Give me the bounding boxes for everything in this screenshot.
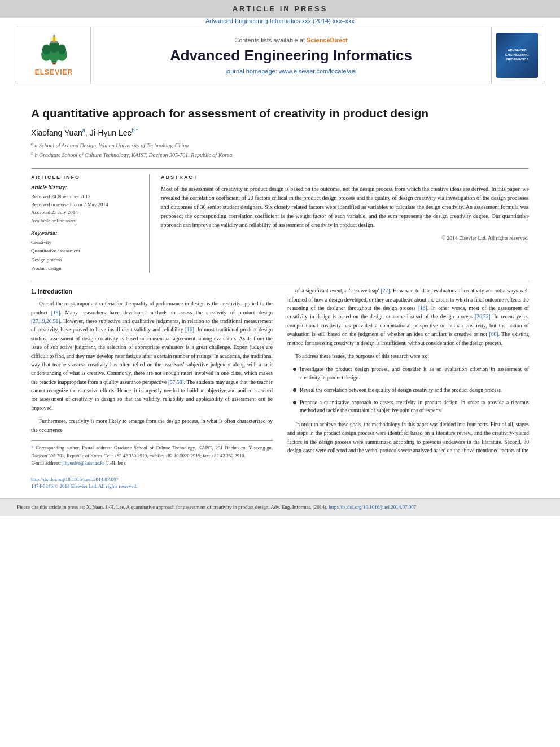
intro-para-2: Furthermore, creativity is more likely t… [31, 417, 273, 435]
info-abstract-section: ARTICLE INFO Article history: Received 2… [31, 168, 529, 273]
email-label: E-mail address: [31, 460, 61, 466]
footnotes: * Corresponding author. Postal address: … [31, 440, 273, 468]
svg-rect-4 [53, 62, 56, 64]
citation-bar-link[interactable]: http://dx.doi.org/10.1016/j.aei.2014.07.… [329, 504, 416, 510]
homepage-link[interactable]: journal homepage: www.elsevier.com/locat… [226, 68, 357, 75]
intro-para-1: One of the most important criteria for t… [31, 300, 273, 413]
ref-57-58[interactable]: [57,58] [168, 379, 184, 385]
footnote-email: E-mail address: jihyunlee@kaist.ac.kr (J… [31, 460, 273, 468]
affiliation-2: b Graduate School of Culture Technology,… [35, 152, 233, 159]
received-date: Received 24 November 2013 [31, 194, 90, 199]
journal-center: Contents lists available at ScienceDirec… [91, 27, 492, 84]
authors-line: Xiaofang Yuana, Ji-Hyun Leeb,* [31, 128, 529, 137]
svg-point-6 [42, 44, 50, 54]
contents-label: Contents lists available at [234, 37, 305, 43]
doi-links-section: http://dx.doi.org/10.1016/j.aei.2014.07.… [0, 473, 560, 492]
ref-27-19-20-51[interactable]: [27,19,20,51] [31, 318, 60, 324]
revised-date: Received in revised form 7 May 2014 [31, 202, 108, 207]
copyright-line: © 2014 Elsevier Ltd. All rights reserved… [161, 235, 529, 241]
section-divider [31, 281, 529, 281]
keyword-1: Creativity [31, 238, 138, 247]
aip-banner-text: ARTICLE IN PRESS [233, 5, 328, 13]
bullet-dot-2 [293, 388, 296, 392]
keyword-3: Design process [31, 256, 138, 264]
accepted-date: Accepted 25 July 2014 [31, 209, 78, 215]
bullet-text-2: Reveal the correlation between the quali… [300, 386, 502, 395]
sciencedirect-link[interactable]: ScienceDirect [307, 37, 348, 43]
keywords-label: Keywords: [31, 230, 138, 236]
ref-16a[interactable]: [16] [185, 327, 194, 333]
ref-26-52[interactable]: [26,52] [475, 314, 491, 320]
ref-16b[interactable]: [16] [418, 305, 427, 311]
contents-line: Contents lists available at ScienceDirec… [234, 37, 348, 43]
bullet-text-3: Propose a quantitative approach to asses… [300, 399, 529, 415]
right-para-methodology: In order to achieve these goals, the met… [287, 421, 529, 456]
article-info-title: ARTICLE INFO [31, 174, 138, 180]
main-content: A quantitative approach for assessment o… [0, 84, 560, 473]
available-date: Available online xxxx [31, 218, 76, 224]
journal-ref-line: Advanced Engineering Informatics xxx (20… [0, 18, 560, 24]
keyword-2: Quantitative assessment [31, 247, 138, 255]
citation-bar: Please cite this article in press as: X.… [0, 498, 560, 516]
journal-logo-image: ADVANCEDENGINEERINGINFORMATICS [496, 33, 538, 78]
body-col-left: 1. Introduction One of the most importan… [31, 287, 273, 467]
footnote-star-text: Corresponding author. Postal address: Gr… [31, 445, 273, 458]
ref-60[interactable]: [60] [489, 331, 498, 337]
history-dates: Received 24 November 2013 Received in re… [31, 193, 138, 225]
citation-text: Please cite this article in press as: X.… [17, 504, 327, 510]
email-suffix: (J.-H. lee). [106, 460, 126, 466]
bullet-text-1: Investigate the product design process, … [300, 365, 529, 382]
doi-link-1[interactable]: http://dx.doi.org/10.1016/j.aei.2014.07.… [31, 477, 529, 482]
doi-link-2: 1474-0346/© 2014 Elsevier Ltd. All right… [31, 483, 529, 489]
email-link[interactable]: jihyunlee@kaist.ac.kr [62, 460, 104, 466]
elsevier-label: ELSEVIER [35, 68, 73, 76]
bullet-item-3: Propose a quantitative approach to asses… [293, 399, 529, 415]
journal-logo-box: ADVANCEDENGINEERINGINFORMATICS [492, 27, 542, 84]
abstract-title: ABSTRACT [161, 174, 529, 180]
keyword-4: Product design [31, 264, 138, 273]
right-para-1: of a significant event, a 'creative leap… [287, 287, 529, 348]
aip-banner: ARTICLE IN PRESS [0, 0, 560, 18]
abstract-panel: ABSTRACT Most of the assessment of creat… [150, 174, 529, 273]
journal-header-strip: ELSEVIER Contents lists available at Sci… [17, 27, 543, 84]
bullet-item-1: Investigate the product design process, … [293, 365, 529, 382]
elsevier-logo-box: ELSEVIER [18, 27, 91, 84]
history-label: Article history: [31, 185, 138, 190]
bullet-dot-1 [293, 368, 296, 371]
journal-title: Advanced Engineering Informatics [170, 47, 412, 64]
keywords-list: Creativity Quantitative assessment Desig… [31, 238, 138, 273]
svg-point-7 [58, 44, 66, 54]
body-col-right: of a significant event, a 'creative leap… [287, 287, 529, 467]
svg-point-10 [51, 36, 56, 41]
article-title: A quantitative approach for assessment o… [31, 106, 529, 121]
ref-19[interactable]: [19] [51, 310, 60, 316]
homepage-line: journal homepage: www.elsevier.com/locat… [226, 68, 357, 75]
article-info-panel: ARTICLE INFO Article history: Received 2… [31, 174, 150, 273]
bullet-item-2: Reveal the correlation between the quali… [293, 386, 529, 395]
footnote-star: * Corresponding author. Postal address: … [31, 444, 273, 460]
elsevier-tree-icon [34, 35, 74, 66]
abstract-text: Most of the assessment of creativity in … [161, 185, 529, 230]
ref-27b[interactable]: [27] [381, 288, 390, 294]
purposes-list: Investigate the product design process, … [287, 365, 529, 415]
affiliations: a a School of Art and Design, Wuhan Univ… [31, 141, 529, 160]
body-columns: 1. Introduction One of the most importan… [31, 287, 529, 473]
page: ARTICLE IN PRESS Advanced Engineering In… [0, 0, 560, 747]
affiliation-1: a School of Art and Design, Wuhan Univer… [35, 142, 189, 148]
bullet-dot-3 [293, 401, 296, 404]
journal-ref-text: Advanced Engineering Informatics xxx (20… [205, 18, 355, 24]
journal-logo-text: ADVANCEDENGINEERINGINFORMATICS [505, 49, 529, 62]
right-para-purposes: To address these issues, the purposes of… [287, 352, 529, 361]
section1-heading: 1. Introduction [31, 287, 273, 296]
